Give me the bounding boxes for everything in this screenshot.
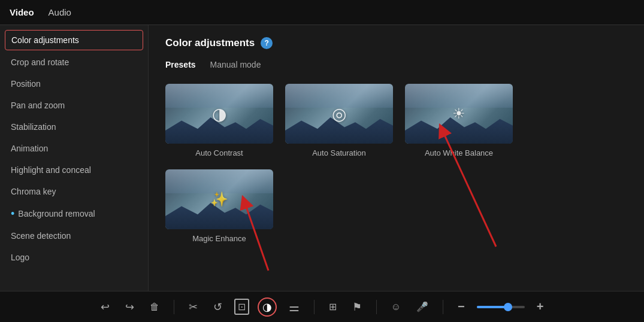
- tab-audio[interactable]: Audio: [49, 2, 71, 22]
- tab-manual-mode[interactable]: Manual mode: [210, 60, 261, 72]
- tab-presets[interactable]: Presets: [165, 60, 196, 72]
- delete-button[interactable]: 🗑: [146, 299, 163, 315]
- crop-button[interactable]: ⊡: [234, 299, 249, 315]
- preset-thumb-auto-white-balance: ☀: [405, 84, 513, 144]
- presets-grid-row2: ✨ Magic Enhance: [165, 169, 627, 243]
- toolbar-sep-1: [174, 300, 174, 314]
- sidebar-item-crop-rotate[interactable]: Crop and rotate: [0, 51, 148, 73]
- content-area: Color adjustments ? Presets Manual mode …: [149, 25, 644, 291]
- cut-button[interactable]: ✂: [185, 298, 201, 316]
- slider-track: [477, 306, 525, 308]
- adjustments-button[interactable]: ⚌: [285, 297, 303, 317]
- preset-thumb-magic-enhance: ✨: [165, 169, 273, 229]
- content-header: Color adjustments ?: [165, 37, 627, 49]
- sidebar-item-color-adjustments[interactable]: Color adjustments: [5, 30, 143, 50]
- preset-auto-saturation[interactable]: ◎ Auto Saturation: [285, 84, 393, 157]
- preset-auto-contrast[interactable]: ◑ Auto Contrast: [165, 84, 273, 157]
- preset-thumb-auto-contrast: ◑: [165, 84, 273, 144]
- volume-slider[interactable]: [477, 306, 525, 308]
- volume-up-button[interactable]: +: [533, 297, 548, 316]
- top-tab-bar: Video Audio: [0, 0, 644, 25]
- page-title: Color adjustments: [165, 37, 255, 49]
- help-icon[interactable]: ?: [261, 37, 273, 49]
- sidebar-item-pan-zoom[interactable]: Pan and zoom: [0, 95, 148, 116]
- bottom-toolbar: ↩ ↪ 🗑 ✂ ↺ ⊡ ◑ ⚌ ⊞ ⚑ ☺ 🎤 − +: [0, 291, 644, 322]
- toolbar-sep-2: [314, 300, 315, 314]
- white-balance-icon: ☀: [452, 105, 465, 122]
- flag-button[interactable]: ⚑: [349, 298, 365, 316]
- rotate-left-button[interactable]: ↺: [210, 298, 226, 316]
- sidebar-item-scene-detection[interactable]: Scene detection: [0, 225, 148, 247]
- toolbar-sep-3: [376, 300, 377, 314]
- saturation-icon: ◎: [332, 104, 346, 124]
- sidebar-item-animation[interactable]: Animation: [0, 138, 148, 159]
- preset-label-auto-white-balance: Auto White Balance: [425, 148, 493, 157]
- main-area: Color adjustments Crop and rotate Positi…: [0, 25, 644, 291]
- mic-button[interactable]: 🎤: [413, 299, 432, 315]
- preset-magic-enhance[interactable]: ✨ Magic Enhance: [165, 169, 273, 243]
- sidebar-item-position[interactable]: Position: [0, 73, 148, 95]
- sidebar-item-chroma-key[interactable]: Chroma key: [0, 181, 148, 202]
- sidebar: Color adjustments Crop and rotate Positi…: [0, 25, 149, 291]
- volume-down-button[interactable]: −: [454, 297, 468, 316]
- sidebar-item-background-removal[interactable]: Background removal: [0, 202, 148, 225]
- slider-thumb[interactable]: [504, 303, 512, 311]
- preset-label-magic-enhance: Magic Enhance: [192, 234, 246, 243]
- brightness-button[interactable]: ◑: [258, 297, 277, 317]
- preset-label-auto-contrast: Auto Contrast: [195, 148, 243, 157]
- preset-thumb-auto-saturation: ◎: [285, 84, 393, 144]
- face-button[interactable]: ☺: [388, 299, 404, 315]
- preset-auto-white-balance[interactable]: ☀ Auto White Balance: [405, 84, 513, 157]
- mode-tabs: Presets Manual mode: [165, 60, 627, 72]
- tab-video[interactable]: Video: [10, 2, 34, 22]
- fit-button[interactable]: ⊞: [325, 299, 340, 315]
- sidebar-item-highlight-conceal[interactable]: Highlight and conceal: [0, 159, 148, 181]
- content-wrapper: Color adjustments ? Presets Manual mode …: [149, 25, 644, 291]
- presets-grid: ◑ Auto Contrast ◎ Auto Saturation ☀: [165, 84, 627, 157]
- contrast-icon: ◑: [212, 104, 226, 124]
- sidebar-item-stabilization[interactable]: Stabilization: [0, 116, 148, 138]
- undo-button[interactable]: ↩: [97, 298, 113, 316]
- preset-label-auto-saturation: Auto Saturation: [312, 148, 366, 157]
- toolbar-sep-4: [443, 300, 443, 314]
- sidebar-item-logo[interactable]: Logo: [0, 247, 148, 268]
- magic-enhance-icon: ✨: [210, 191, 228, 208]
- redo-button[interactable]: ↪: [122, 298, 138, 316]
